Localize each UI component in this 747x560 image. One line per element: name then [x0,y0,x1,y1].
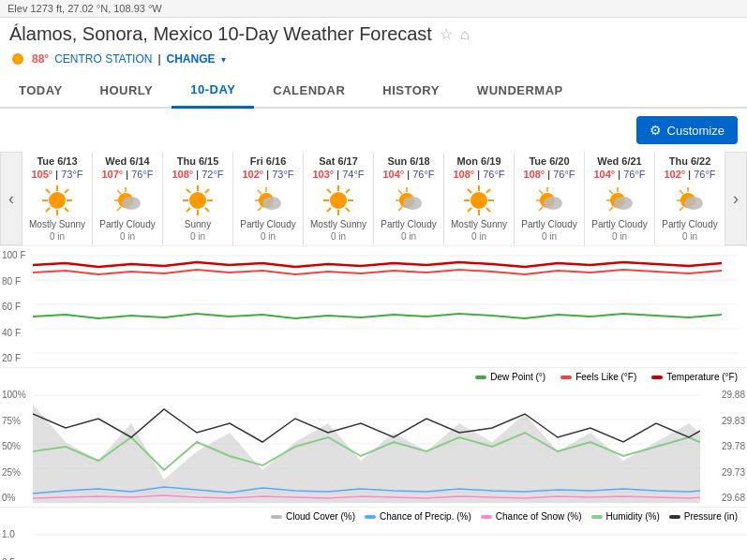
chevron-down-icon: ▾ [221,54,226,65]
day-col-7[interactable]: Tue 6/20 108° | 76°F Partly Cloudy 0 in [515,152,585,245]
day-precip: 0 in [446,231,512,242]
day-temps: 108° | 76°F [516,169,582,180]
chance-snow-color [481,515,492,519]
humidity-labels: 100% 75% 50% 25% 0% [2,386,26,507]
day-weather-icon [603,184,636,217]
tab-10day[interactable]: 10-DAY [172,73,254,109]
svg-point-2 [49,192,66,209]
high-temp: 102° [664,169,685,180]
day-icon-wrapper [165,184,231,217]
svg-point-67 [614,197,633,210]
day-condition: Sunny [165,219,231,229]
tab-today[interactable]: TODAY [0,73,82,107]
day-icon-wrapper [306,184,371,217]
day-condition: Partly Cloudy [235,219,301,229]
legend-cloud-cover: Cloud Cover (%) [271,511,355,522]
day-temps: 102° | 76°F [657,169,723,180]
svg-line-55 [468,208,471,212]
high-temp: 108° [523,169,545,180]
nav-tabs: TODAY HOURLY 10-DAY CALENDAR HISTORY WUN… [0,73,747,109]
day-weather-icon [111,184,144,217]
humidity-color [591,515,603,519]
svg-line-9 [65,189,68,193]
svg-point-46 [403,197,422,210]
change-link[interactable]: CHANGE [167,52,216,66]
svg-line-23 [205,208,209,212]
day-precip: 0 in [306,231,371,242]
title-text: Álamos, Sonora, Mexico 10-Day Weather Fo… [9,23,432,45]
svg-point-61 [544,197,562,210]
day-col-6[interactable]: Mon 6/19 108° | 76°F Mostly Sunny 0 in [444,152,515,245]
day-temps: 104° | 76°F [376,169,441,180]
day-condition: Partly Cloudy [95,219,160,229]
next-arrow[interactable]: › [725,152,747,245]
temperature-label: Temperature (°F) [666,372,738,382]
high-temp: 107° [101,169,123,180]
tab-calendar[interactable]: CALENDAR [254,73,364,107]
day-col-2[interactable]: Thu 6/15 108° | 72°F Sunny 0 in [163,152,233,245]
precip-svg [33,525,747,560]
day-condition: Partly Cloudy [587,219,652,229]
tab-history[interactable]: HISTORY [364,73,458,107]
day-precip: 0 in [165,231,231,242]
temp-chart-labels: 100 F 80 F 60 F 40 F 20 F [2,246,26,367]
day-col-9[interactable]: Thu 6/22 102° | 76°F Partly Cloudy 0 in [655,152,725,245]
high-temp: 108° [172,169,193,180]
day-col-1[interactable]: Wed 6/14 107° | 76°F Partly Cloudy 0 in [93,152,163,245]
high-temp: 108° [453,169,474,180]
svg-line-71 [680,190,683,194]
forecast-scroll: ‹ Tue 6/13 105° | 73°F Mostly Sunny 0 in… [0,152,747,245]
day-date: Wed 6/14 [95,155,160,167]
home-icon[interactable]: ⌂ [460,26,470,43]
customize-button[interactable]: ⚙ Customize [636,116,738,144]
day-date: Sun 6/18 [376,155,441,167]
day-date: Sat 6/17 [306,155,371,167]
svg-point-47 [471,192,487,209]
humidity-chart: 100% 75% 50% 25% 0% 29.88 29.83 29.78 29… [0,386,747,508]
humidity-label: Humidity (%) [606,511,660,522]
precip-chart: 1.0 0.5 0.0 [0,525,747,560]
day-weather-icon [181,184,215,217]
days-wrapper: Tue 6/13 105° | 73°F Mostly Sunny 0 in W… [22,152,725,245]
day-icon-wrapper [587,184,652,217]
day-condition: Mostly Sunny [306,219,371,229]
day-col-5[interactable]: Sun 6/18 104° | 76°F Partly Cloudy 0 in [374,152,444,245]
day-col-4[interactable]: Sat 6/17 103° | 74°F Mostly Sunny 0 in [304,152,374,245]
tab-hourly[interactable]: HOURLY [82,73,172,107]
pressure-color [669,515,680,519]
tab-wundermap[interactable]: WUNDERMAP [458,73,582,107]
cloud-cover-color [271,515,282,519]
svg-line-72 [680,207,683,211]
svg-line-38 [346,208,350,212]
svg-point-32 [330,192,347,209]
customize-bar: ⚙ Customize [0,109,747,152]
favorite-icon[interactable]: ☆ [440,25,453,43]
day-col-8[interactable]: Wed 6/21 104° | 76°F Partly Cloudy 0 in [585,152,655,245]
gear-icon: ⚙ [650,123,662,138]
low-temp: 76°F [483,169,504,180]
svg-line-14 [117,190,121,194]
feels-like-label: Feels Like (°F) [575,372,636,382]
station-link[interactable]: CENTRO STATION [54,52,152,66]
forecast-container: ‹ Tue 6/13 105° | 73°F Mostly Sunny 0 in… [0,152,747,245]
day-col-0[interactable]: Tue 6/13 105° | 73°F Mostly Sunny 0 in [22,152,93,245]
svg-line-44 [398,190,402,194]
prev-arrow[interactable]: ‹ [0,152,22,245]
legend-temperature: Temperature (°F) [651,372,738,382]
day-precip: 0 in [235,231,301,242]
precip-labels: 1.0 0.5 0.0 [2,525,15,560]
svg-line-65 [609,190,613,194]
svg-line-39 [346,189,350,193]
current-temp: 88° [32,52,49,66]
day-date: Thu 6/15 [165,155,231,167]
legend-dew-point: Dew Point (°) [475,372,545,382]
elevation-text: Elev 1273 ft, 27.02 °N, 108.93 °W [7,3,162,14]
chance-precip-color [365,515,376,519]
page-header: Álamos, Sonora, Mexico 10-Day Weather Fo… [0,18,747,49]
low-temp: 73°F [272,169,293,180]
humidity-legend: Cloud Cover (%) Chance of Precip. (%) Ch… [0,508,747,525]
temperature-color [651,376,663,379]
legend-humidity: Humidity (%) [591,511,660,522]
day-col-3[interactable]: Fri 6/16 102° | 73°F Partly Cloudy 0 in [233,152,304,245]
svg-point-16 [122,197,141,210]
